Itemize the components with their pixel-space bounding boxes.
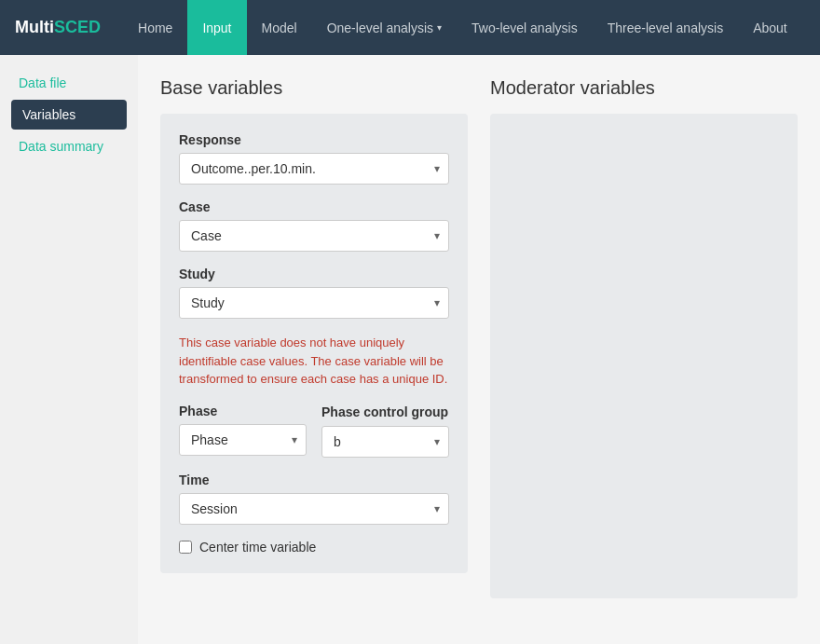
sidebar: Data file Variables Data summary <box>0 55 138 644</box>
app-body: Data file Variables Data summary Base va… <box>0 55 820 644</box>
time-label: Time <box>179 473 449 487</box>
phase-control-select-wrapper: b ▾ <box>321 426 449 458</box>
time-select[interactable]: Session <box>179 493 449 525</box>
nav-three-level[interactable]: Three-level analysis <box>593 0 739 55</box>
phase-control-select[interactable]: b <box>321 426 449 458</box>
phase-row: Phase Phase ▾ Phase control group <box>179 404 449 458</box>
time-select-wrapper: Session ▾ <box>179 493 449 525</box>
case-warning-text: This case variable does not have uniquel… <box>179 334 449 389</box>
moderator-variables-title: Moderator variables <box>490 77 798 99</box>
phase-label: Phase <box>179 404 307 418</box>
sidebar-item-variables[interactable]: Variables <box>11 100 127 130</box>
phase-col: Phase Phase ▾ <box>179 404 307 456</box>
sidebar-item-data-summary[interactable]: Data summary <box>11 133 127 159</box>
phase-select-wrapper: Phase ▾ <box>179 424 307 456</box>
center-time-label[interactable]: Center time variable <box>199 540 316 555</box>
nav-one-level[interactable]: One-level analysis ▾ <box>312 0 457 55</box>
base-variables-section: Base variables Response Outcome..per.10.… <box>160 77 468 622</box>
study-select-wrapper: Study ▾ <box>179 287 449 319</box>
case-label: Case <box>179 199 449 214</box>
sidebar-item-data-file[interactable]: Data file <box>11 70 127 96</box>
nav-model[interactable]: Model <box>247 0 312 55</box>
moderator-variables-panel <box>490 114 798 598</box>
nav-home[interactable]: Home <box>123 0 187 55</box>
brand-logo: MultiSCED <box>15 18 101 37</box>
base-variables-card: Response Outcome..per.10.min. ▾ Case Cas… <box>160 114 468 573</box>
brand-name-part2: SCED <box>54 18 101 36</box>
study-label: Study <box>179 267 449 281</box>
phase-select[interactable]: Phase <box>179 424 307 456</box>
navbar: MultiSCED Home Input Model One-level ana… <box>0 0 820 55</box>
base-variables-title: Base variables <box>160 77 468 99</box>
main-content: Base variables Response Outcome..per.10.… <box>138 55 820 644</box>
response-label: Response <box>179 132 449 147</box>
nav-items: Home Input Model One-level analysis ▾ Tw… <box>123 0 805 55</box>
case-select-wrapper: Case ▾ <box>179 220 449 252</box>
time-group: Time Session ▾ <box>179 473 449 525</box>
case-group: Case Case ▾ <box>179 199 449 252</box>
nav-two-level[interactable]: Two-level analysis <box>457 0 593 55</box>
response-select-wrapper: Outcome..per.10.min. ▾ <box>179 153 449 185</box>
study-select[interactable]: Study <box>179 287 449 319</box>
study-group: Study Study ▾ <box>179 267 449 319</box>
nav-input[interactable]: Input <box>187 0 246 55</box>
response-select[interactable]: Outcome..per.10.min. <box>179 153 449 185</box>
case-select[interactable]: Case <box>179 220 449 252</box>
moderator-variables-section: Moderator variables <box>490 77 798 622</box>
phase-control-col: Phase control group b ▾ <box>321 404 449 458</box>
nav-about[interactable]: About <box>738 0 802 55</box>
center-time-checkbox[interactable] <box>179 541 192 554</box>
phase-control-group-label: Phase control group <box>321 404 449 420</box>
dropdown-arrow-icon: ▾ <box>437 22 442 33</box>
center-time-row: Center time variable <box>179 540 449 555</box>
response-group: Response Outcome..per.10.min. ▾ <box>179 132 449 185</box>
brand-name-part1: Multi <box>15 18 54 36</box>
